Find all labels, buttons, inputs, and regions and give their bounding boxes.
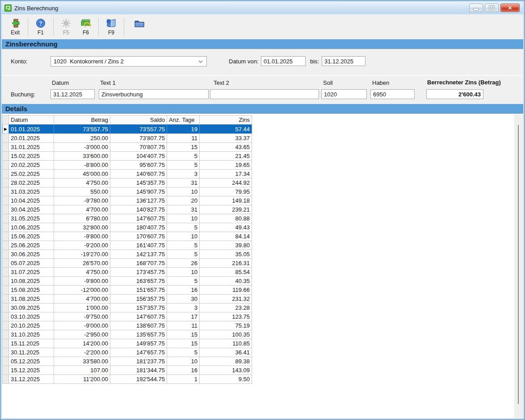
table-cell[interactable]: 39.80 [200, 241, 252, 250]
table-cell[interactable]: 20.01.2025 [9, 134, 54, 143]
table-cell[interactable]: 10 [167, 232, 200, 241]
table-cell[interactable]: 151'657.75 [110, 286, 167, 295]
minimize-button[interactable] [469, 4, 483, 12]
table-cell[interactable]: 03.10.2025 [9, 312, 54, 321]
table-cell[interactable]: 135'657.75 [110, 330, 167, 339]
table-cell[interactable]: 10 [167, 187, 200, 196]
column-header[interactable]: Saldo [110, 116, 167, 125]
folder-button[interactable] [131, 17, 147, 29]
table-cell[interactable]: 119.66 [200, 286, 252, 295]
table-cell[interactable]: 15 [167, 143, 200, 152]
table-cell[interactable]: 19 [167, 125, 200, 134]
table-cell[interactable]: 49.43 [200, 223, 252, 232]
row-selector-cell[interactable] [3, 205, 9, 214]
table-cell[interactable]: 28.02.2025 [9, 179, 54, 187]
table-cell[interactable]: 1 [167, 375, 200, 384]
table-cell[interactable]: 31.07.2025 [9, 268, 54, 277]
bis-input[interactable] [322, 56, 365, 66]
table-cell[interactable]: 73'557.75 [54, 125, 110, 134]
row-selector-cell[interactable] [3, 375, 9, 384]
table-row[interactable]: 10.04.2025-9'780.00136'127.7520149.18 [3, 196, 252, 205]
table-cell[interactable]: 75.19 [200, 321, 252, 330]
table-cell[interactable]: 16 [167, 286, 200, 295]
table-cell[interactable]: 30.11.2025 [9, 348, 54, 357]
row-selector-cell[interactable] [3, 286, 9, 295]
table-cell[interactable]: 550.00 [54, 187, 110, 196]
row-selector-cell[interactable] [3, 259, 9, 268]
table-row[interactable]: 31.08.20254'700.00156'357.7530231.32 [3, 295, 252, 304]
table-cell[interactable]: -19'270.00 [54, 250, 110, 259]
table-row[interactable]: 31.12.202511'200.00192'544.7519.50 [3, 375, 252, 384]
table-cell[interactable]: 31.08.2025 [9, 295, 54, 304]
row-selector-cell[interactable] [3, 179, 9, 187]
table-row[interactable]: 31.10.2025-2'950.00135'657.7515100.35 [3, 330, 252, 339]
table-cell[interactable]: -12'000.00 [54, 286, 110, 295]
table-cell[interactable]: 3 [167, 170, 200, 179]
table-cell[interactable]: 147'657.75 [110, 348, 167, 357]
table-cell[interactable]: 161'407.75 [110, 241, 167, 250]
table-cell[interactable]: 20 [167, 196, 200, 205]
table-cell[interactable]: 4'700.00 [54, 205, 110, 214]
column-header[interactable]: Betrag [54, 116, 110, 125]
table-cell[interactable]: 168'707.75 [110, 259, 167, 268]
f1-help-button[interactable]: ? F1 [31, 17, 50, 36]
row-selector-cell[interactable] [3, 304, 9, 312]
table-cell[interactable]: 156'357.75 [110, 295, 167, 304]
table-cell[interactable]: -9'000.00 [54, 321, 110, 330]
table-cell[interactable]: 10 [167, 268, 200, 277]
row-selector-cell[interactable] [3, 134, 9, 143]
table-cell[interactable]: 4'700.00 [54, 295, 110, 304]
table-cell[interactable]: 216.31 [200, 259, 252, 268]
table-row[interactable]: 15.11.202514'200.00149'857.7515110.85 [3, 339, 252, 348]
table-cell[interactable]: -8'800.00 [54, 161, 110, 170]
table-cell[interactable]: 32'800.00 [54, 223, 110, 232]
table-cell[interactable]: 10.06.2025 [9, 223, 54, 232]
table-row[interactable]: 05.12.202533'580.00181'237.751089.38 [3, 357, 252, 366]
table-row[interactable]: 31.03.2025550.00145'907.751079.95 [3, 187, 252, 196]
column-header[interactable]: Datum [9, 116, 54, 125]
table-row[interactable]: 30.09.20251'000.00157'357.75323.28 [3, 304, 252, 312]
table-cell[interactable]: 149.18 [200, 196, 252, 205]
table-cell[interactable]: 5 [167, 250, 200, 259]
table-cell[interactable]: 10.08.2025 [9, 277, 54, 286]
table-row[interactable]: 25.06.2025-9'200.00161'407.75539.80 [3, 241, 252, 250]
table-row[interactable]: 30.04.20254'700.00140'827.7531239.21 [3, 205, 252, 214]
table-cell[interactable]: 84.14 [200, 232, 252, 241]
table-cell[interactable]: 181'344.75 [110, 366, 167, 375]
table-cell[interactable]: 40.35 [200, 277, 252, 286]
table-cell[interactable]: 89.38 [200, 357, 252, 366]
buchung-text1-input[interactable] [99, 89, 209, 99]
table-cell[interactable]: 30.06.2025 [9, 250, 54, 259]
table-cell[interactable]: 181'237.75 [110, 357, 167, 366]
row-selector-cell[interactable] [3, 277, 9, 286]
table-row[interactable]: 15.02.202533'600.00104'407.75521.45 [3, 152, 252, 161]
table-row[interactable]: 10.08.2025-9'800.00163'657.75540.35 [3, 277, 252, 286]
table-cell[interactable]: 30.09.2025 [9, 304, 54, 312]
row-selector-cell[interactable] [3, 348, 9, 357]
table-cell[interactable]: -9'800.00 [54, 232, 110, 241]
table-cell[interactable]: 31.01.2025 [9, 143, 54, 152]
table-cell[interactable]: 110.85 [200, 339, 252, 348]
table-cell[interactable]: 104'407.75 [110, 152, 167, 161]
table-cell[interactable]: 16 [167, 366, 200, 375]
table-cell[interactable]: 14'200.00 [54, 339, 110, 348]
table-cell[interactable]: 23.28 [200, 304, 252, 312]
table-row[interactable]: 31.01.2025-3'000.0070'807.751543.65 [3, 143, 252, 152]
maximize-button[interactable] [485, 4, 499, 12]
row-selector-cell[interactable] [3, 223, 9, 232]
table-cell[interactable]: 17.34 [200, 170, 252, 179]
table-cell[interactable]: 170'607.75 [110, 232, 167, 241]
table-cell[interactable]: -2'950.00 [54, 330, 110, 339]
table-cell[interactable]: 21.45 [200, 152, 252, 161]
table-cell[interactable]: 138'607.75 [110, 321, 167, 330]
table-row[interactable]: 28.02.20254'750.00145'357.7531244.92 [3, 179, 252, 187]
table-cell[interactable]: 79.95 [200, 187, 252, 196]
table-cell[interactable]: 163'657.75 [110, 277, 167, 286]
table-cell[interactable]: 142'137.75 [110, 250, 167, 259]
row-selector-cell[interactable] [3, 366, 9, 375]
table-cell[interactable]: -9'780.00 [54, 196, 110, 205]
table-cell[interactable]: 20.10.2025 [9, 321, 54, 330]
row-selector-cell[interactable] [3, 187, 9, 196]
column-header[interactable]: Zins [200, 116, 252, 125]
table-cell[interactable]: 11'200.00 [54, 375, 110, 384]
